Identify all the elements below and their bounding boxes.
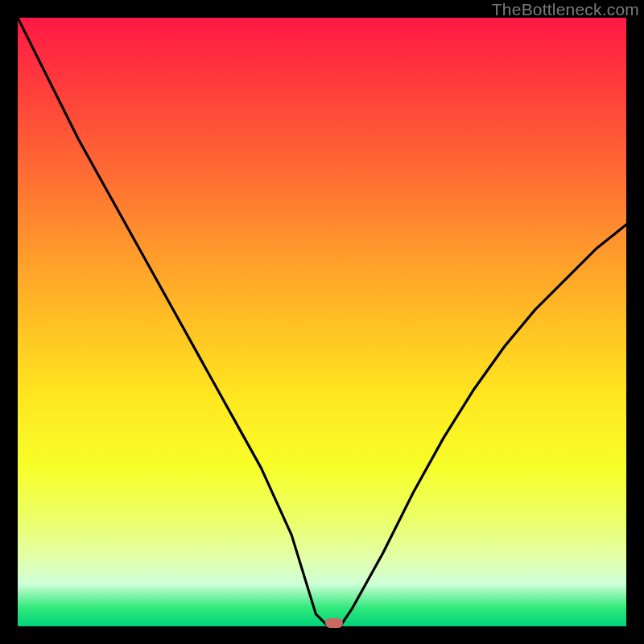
plot-area	[18, 18, 626, 626]
bottleneck-curve	[18, 18, 626, 626]
chart-frame: TheBottleneck.com	[0, 0, 644, 644]
watermark-text: TheBottleneck.com	[492, 0, 639, 19]
optimal-marker	[325, 618, 343, 628]
